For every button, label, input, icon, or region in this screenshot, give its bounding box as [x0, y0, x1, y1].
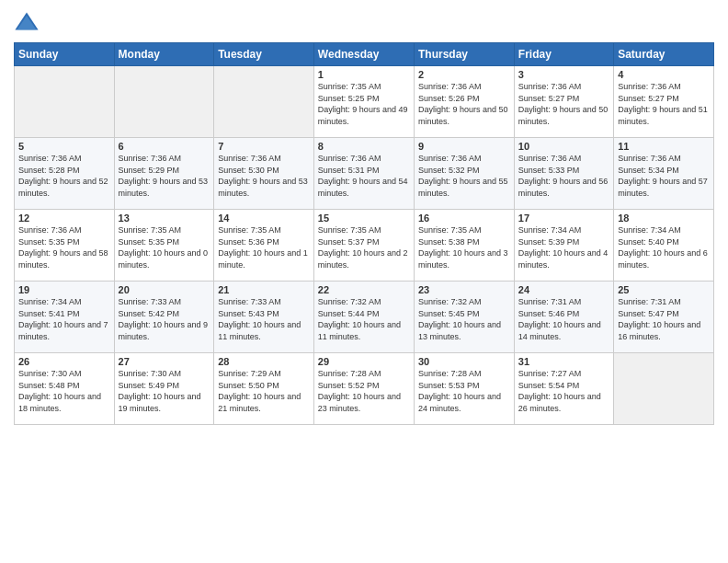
- calendar-cell: 4Sunrise: 7:36 AMSunset: 5:27 PMDaylight…: [614, 66, 714, 138]
- calendar-cell: 5Sunrise: 7:36 AMSunset: 5:28 PMDaylight…: [15, 138, 115, 210]
- day-info: Sunrise: 7:36 AMSunset: 5:35 PMDaylight:…: [18, 224, 110, 270]
- calendar-cell: 24Sunrise: 7:31 AMSunset: 5:46 PMDayligh…: [514, 282, 613, 353]
- calendar-cell: 1Sunrise: 7:35 AMSunset: 5:25 PMDaylight…: [313, 66, 414, 138]
- day-number: 28: [218, 356, 310, 367]
- day-number: 12: [18, 213, 110, 224]
- day-number: 29: [318, 356, 410, 367]
- day-info: Sunrise: 7:36 AMSunset: 5:32 PMDaylight:…: [418, 153, 510, 199]
- day-info: Sunrise: 7:34 AMSunset: 5:40 PMDaylight:…: [618, 224, 710, 270]
- day-info: Sunrise: 7:33 AMSunset: 5:42 PMDaylight:…: [119, 296, 210, 342]
- weekday-header-sunday: Sunday: [15, 43, 115, 66]
- day-number: 19: [18, 284, 110, 295]
- calendar-cell: 8Sunrise: 7:36 AMSunset: 5:31 PMDaylight…: [313, 138, 414, 210]
- calendar-cell: 2Sunrise: 7:36 AMSunset: 5:26 PMDaylight…: [414, 66, 514, 138]
- calendar-cell: 22Sunrise: 7:32 AMSunset: 5:44 PMDayligh…: [313, 282, 414, 353]
- calendar-cell: 18Sunrise: 7:34 AMSunset: 5:40 PMDayligh…: [614, 210, 714, 282]
- day-info: Sunrise: 7:33 AMSunset: 5:43 PMDaylight:…: [218, 296, 310, 342]
- header: [14, 9, 714, 35]
- calendar-body: 1Sunrise: 7:35 AMSunset: 5:25 PMDaylight…: [15, 66, 714, 425]
- day-number: 31: [518, 356, 609, 367]
- day-number: 21: [218, 284, 310, 295]
- calendar-week-row: 5Sunrise: 7:36 AMSunset: 5:28 PMDaylight…: [15, 138, 714, 210]
- day-number: 30: [418, 356, 510, 367]
- day-info: Sunrise: 7:35 AMSunset: 5:37 PMDaylight:…: [318, 224, 410, 270]
- weekday-header-thursday: Thursday: [414, 43, 514, 66]
- day-number: 14: [218, 213, 310, 224]
- day-number: 6: [119, 141, 210, 152]
- day-number: 26: [18, 356, 110, 367]
- day-number: 23: [418, 284, 510, 295]
- weekday-header-tuesday: Tuesday: [214, 43, 314, 66]
- calendar-cell: 7Sunrise: 7:36 AMSunset: 5:30 PMDaylight…: [214, 138, 314, 210]
- weekday-header-monday: Monday: [114, 43, 214, 66]
- calendar-week-row: 26Sunrise: 7:30 AMSunset: 5:48 PMDayligh…: [15, 353, 714, 425]
- calendar-cell: [614, 353, 714, 425]
- day-info: Sunrise: 7:31 AMSunset: 5:46 PMDaylight:…: [518, 296, 609, 342]
- calendar-cell: 25Sunrise: 7:31 AMSunset: 5:47 PMDayligh…: [614, 282, 714, 353]
- calendar-cell: 19Sunrise: 7:34 AMSunset: 5:41 PMDayligh…: [15, 282, 115, 353]
- day-number: 24: [518, 284, 609, 295]
- logo: [14, 9, 43, 35]
- day-info: Sunrise: 7:35 AMSunset: 5:38 PMDaylight:…: [418, 224, 510, 270]
- day-number: 11: [618, 141, 710, 152]
- day-number: 3: [518, 69, 609, 80]
- day-number: 4: [618, 69, 710, 80]
- day-number: 25: [618, 284, 710, 295]
- calendar-cell: [114, 66, 214, 138]
- day-number: 13: [119, 213, 210, 224]
- calendar-cell: 6Sunrise: 7:36 AMSunset: 5:29 PMDaylight…: [114, 138, 214, 210]
- calendar-cell: 29Sunrise: 7:28 AMSunset: 5:52 PMDayligh…: [313, 353, 414, 425]
- calendar-cell: 11Sunrise: 7:36 AMSunset: 5:34 PMDayligh…: [614, 138, 714, 210]
- day-info: Sunrise: 7:36 AMSunset: 5:26 PMDaylight:…: [418, 81, 510, 127]
- day-info: Sunrise: 7:36 AMSunset: 5:30 PMDaylight:…: [218, 153, 310, 199]
- day-info: Sunrise: 7:31 AMSunset: 5:47 PMDaylight:…: [618, 296, 710, 342]
- day-info: Sunrise: 7:29 AMSunset: 5:50 PMDaylight:…: [218, 368, 310, 414]
- weekday-header-saturday: Saturday: [614, 43, 714, 66]
- calendar-cell: 10Sunrise: 7:36 AMSunset: 5:33 PMDayligh…: [514, 138, 613, 210]
- calendar-cell: 26Sunrise: 7:30 AMSunset: 5:48 PMDayligh…: [15, 353, 115, 425]
- day-info: Sunrise: 7:36 AMSunset: 5:34 PMDaylight:…: [618, 153, 710, 199]
- calendar-cell: 14Sunrise: 7:35 AMSunset: 5:36 PMDayligh…: [214, 210, 314, 282]
- day-info: Sunrise: 7:32 AMSunset: 5:44 PMDaylight:…: [318, 296, 410, 342]
- day-number: 15: [318, 213, 410, 224]
- calendar-cell: 3Sunrise: 7:36 AMSunset: 5:27 PMDaylight…: [514, 66, 613, 138]
- calendar-cell: 20Sunrise: 7:33 AMSunset: 5:42 PMDayligh…: [114, 282, 214, 353]
- calendar-cell: 15Sunrise: 7:35 AMSunset: 5:37 PMDayligh…: [313, 210, 414, 282]
- day-number: 20: [119, 284, 210, 295]
- calendar-cell: 30Sunrise: 7:28 AMSunset: 5:53 PMDayligh…: [414, 353, 514, 425]
- weekday-header-wednesday: Wednesday: [313, 43, 414, 66]
- day-number: 10: [518, 141, 609, 152]
- calendar-cell: 13Sunrise: 7:35 AMSunset: 5:35 PMDayligh…: [114, 210, 214, 282]
- day-info: Sunrise: 7:27 AMSunset: 5:54 PMDaylight:…: [518, 368, 609, 414]
- day-info: Sunrise: 7:32 AMSunset: 5:45 PMDaylight:…: [418, 296, 510, 342]
- calendar-cell: 23Sunrise: 7:32 AMSunset: 5:45 PMDayligh…: [414, 282, 514, 353]
- day-info: Sunrise: 7:28 AMSunset: 5:53 PMDaylight:…: [418, 368, 510, 414]
- page: SundayMondayTuesdayWednesdayThursdayFrid…: [0, 0, 728, 563]
- calendar-week-row: 12Sunrise: 7:36 AMSunset: 5:35 PMDayligh…: [15, 210, 714, 282]
- day-info: Sunrise: 7:28 AMSunset: 5:52 PMDaylight:…: [318, 368, 410, 414]
- day-number: 1: [318, 69, 410, 80]
- calendar-cell: 17Sunrise: 7:34 AMSunset: 5:39 PMDayligh…: [514, 210, 613, 282]
- day-info: Sunrise: 7:34 AMSunset: 5:39 PMDaylight:…: [518, 224, 609, 270]
- day-info: Sunrise: 7:35 AMSunset: 5:35 PMDaylight:…: [119, 224, 210, 270]
- calendar-cell: [214, 66, 314, 138]
- day-info: Sunrise: 7:36 AMSunset: 5:33 PMDaylight:…: [518, 153, 609, 199]
- day-number: 9: [418, 141, 510, 152]
- day-number: 16: [418, 213, 510, 224]
- calendar-cell: 12Sunrise: 7:36 AMSunset: 5:35 PMDayligh…: [15, 210, 115, 282]
- day-number: 7: [218, 141, 310, 152]
- weekday-header-friday: Friday: [514, 43, 613, 66]
- calendar-cell: 21Sunrise: 7:33 AMSunset: 5:43 PMDayligh…: [214, 282, 314, 353]
- logo-icon: [14, 9, 40, 35]
- day-number: 22: [318, 284, 410, 295]
- day-info: Sunrise: 7:30 AMSunset: 5:48 PMDaylight:…: [18, 368, 110, 414]
- day-info: Sunrise: 7:35 AMSunset: 5:25 PMDaylight:…: [318, 81, 410, 127]
- day-number: 17: [518, 213, 609, 224]
- day-info: Sunrise: 7:34 AMSunset: 5:41 PMDaylight:…: [18, 296, 110, 342]
- calendar-table: SundayMondayTuesdayWednesdayThursdayFrid…: [14, 42, 714, 425]
- day-info: Sunrise: 7:36 AMSunset: 5:27 PMDaylight:…: [618, 81, 710, 127]
- calendar-week-row: 1Sunrise: 7:35 AMSunset: 5:25 PMDaylight…: [15, 66, 714, 138]
- day-number: 18: [618, 213, 710, 224]
- calendar-header-row: SundayMondayTuesdayWednesdayThursdayFrid…: [15, 43, 714, 66]
- day-info: Sunrise: 7:36 AMSunset: 5:29 PMDaylight:…: [119, 153, 210, 199]
